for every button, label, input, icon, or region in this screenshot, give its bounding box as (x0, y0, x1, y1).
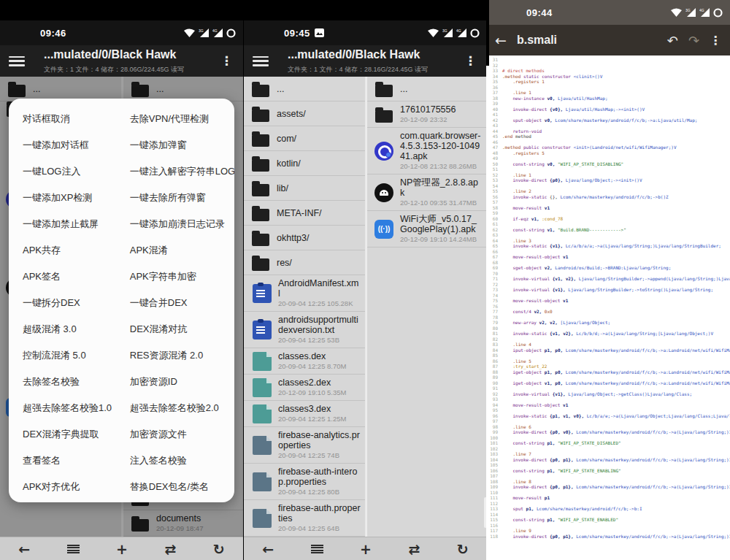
code-line[interactable]: 109 invoke-direct {p0, p1}, Lcom/share/m… (486, 484, 730, 490)
menu-item[interactable]: 去除VPN/代理检测 (116, 112, 234, 126)
menu-item[interactable]: 一键去除所有弹窗 (116, 191, 234, 204)
code-line[interactable]: 107 (486, 473, 730, 479)
code-line[interactable]: 85 (486, 353, 730, 358)
code-line[interactable]: 72 (486, 282, 730, 288)
code-line[interactable]: 77 const/4 v2, 0x0 (486, 309, 730, 315)
code-line[interactable]: 41 (486, 112, 730, 118)
code-line[interactable]: 36 (486, 85, 730, 91)
code-line[interactable]: 55 .line 2 (486, 188, 730, 194)
menu-item[interactable]: 一键LOG注入 (9, 165, 116, 178)
code-line[interactable]: 93 (486, 396, 730, 402)
code-line[interactable]: 80 (486, 326, 730, 331)
file-row[interactable]: androidsupportmultidexversion.txt 20-09-… (244, 312, 365, 348)
code-line[interactable]: 108 .line 8 (486, 479, 730, 485)
menu-item[interactable]: APK共存 (9, 244, 116, 257)
file-row[interactable]: ... (367, 77, 487, 101)
file-row[interactable]: classes.dex 20-09-04 12:25 8.70M (244, 348, 365, 375)
menu-item[interactable]: 控制流混淆 5.0 (9, 349, 116, 362)
menu-item[interactable]: APK签名 (9, 270, 116, 283)
code-line[interactable]: 101 const-string p1, "WIFI_AP_STATE_DISA… (486, 440, 730, 446)
code-line[interactable]: 52 .line 1 (486, 172, 730, 178)
code-line[interactable]: 111 move-result p1 (486, 495, 730, 501)
file-row[interactable]: classes2.dex 20-12-09 19:10 5.35M (244, 375, 365, 401)
menu-item[interactable]: DEX混淆对抗 (116, 323, 234, 336)
path-title[interactable]: ...mulated/0/Black Hawk (44, 48, 176, 61)
code-line[interactable]: 86 .line 5 (486, 358, 730, 364)
redo-icon[interactable]: ↷ (688, 33, 699, 48)
menu-item[interactable]: 一键合并DEX (116, 296, 234, 310)
menu-item[interactable]: 一键拆分DEX (9, 296, 116, 310)
code-line[interactable]: 91 (486, 386, 730, 391)
menu-item[interactable]: APK混淆 (116, 244, 234, 257)
file-row[interactable]: firebase-auth-interop.properties 20-09-0… (244, 464, 365, 500)
code-line[interactable]: 113 sput p1, Lcom/share/masterkey/androi… (486, 506, 730, 512)
code-line[interactable]: 33# direct methods (486, 68, 730, 74)
menu-item[interactable]: 一键注入解密字符串LOG (116, 165, 234, 178)
code-view[interactable]: 31 32 33# direct methods34.method static… (486, 55, 730, 560)
file-row[interactable]: com.quark.browser-4.5.3.153-120-104941.a… (367, 128, 487, 174)
code-line[interactable]: 47.method public constructor <init>(Land… (486, 145, 730, 150)
menu-item[interactable]: 去除签名校验 (9, 375, 116, 388)
code-line[interactable]: 73 invoke-virtual {v1}, Ljava/lang/Strin… (486, 287, 730, 293)
menu-item[interactable]: 查看签名 (9, 454, 116, 467)
menu-item[interactable]: 超强去除签名校验1.0 (9, 402, 116, 415)
menu-item[interactable]: DEX混淆字典提取 (9, 428, 116, 441)
code-line[interactable]: 112 (486, 501, 730, 507)
refresh-icon[interactable]: ↻ (457, 542, 469, 556)
code-line[interactable]: 35 .registers 1 (486, 79, 730, 85)
code-line[interactable]: 42 sput-object v0, Lcom/share/masterkey/… (486, 118, 730, 123)
code-line[interactable]: 40 invoke-direct {v0}, Ljava/util/HashMa… (486, 107, 730, 112)
code-line[interactable]: 61 (486, 221, 730, 227)
code-line[interactable]: 54 (486, 183, 730, 189)
code-line[interactable]: 102 (486, 446, 730, 452)
tasks-icon[interactable] (311, 545, 323, 554)
code-line[interactable]: 59 (486, 210, 730, 216)
code-line[interactable]: 67 move-result-object v1 (486, 254, 730, 260)
code-line[interactable]: 75 move-result-object v1 (486, 298, 730, 304)
menu-icon[interactable] (253, 56, 269, 66)
code-line[interactable]: 34.method static constructor <clinit>()V (486, 74, 730, 80)
code-line[interactable]: 60 if-eqz v1, :cond_78 (486, 216, 730, 222)
code-line[interactable]: 51 (486, 166, 730, 172)
code-line[interactable]: 78 (486, 315, 730, 321)
code-line[interactable]: 115 const-string p1, "WIFI_AP_STATE_ENAB… (486, 517, 730, 523)
code-line[interactable]: 98 .line 6 (486, 424, 730, 430)
menu-item[interactable]: 对话框取消 (9, 112, 116, 126)
code-line[interactable]: 83 .line 4 (486, 342, 730, 348)
add-icon[interactable]: + (360, 542, 372, 556)
code-line[interactable]: 110 (486, 490, 730, 496)
code-line[interactable]: 48 .registers 5 (486, 150, 730, 156)
code-line[interactable]: 69 sget-object v2, Landroid/os/Build;->B… (486, 265, 730, 271)
add-icon[interactable]: + (116, 542, 128, 556)
code-line[interactable]: 65 invoke-static {v1}, Lc/a/b/a/a;->a(Lj… (486, 243, 730, 249)
file-row[interactable]: firebase-auth.properties 20-09-04 12:25 … (244, 500, 365, 537)
code-line[interactable]: 82 (486, 337, 730, 342)
code-line[interactable]: 66 (486, 249, 730, 255)
code-line[interactable]: 58 move-result v1 (486, 205, 730, 211)
overflow-menu-icon[interactable]: ⋮ (710, 34, 721, 47)
code-line[interactable]: 50 const-string v0, "WIFI_AP_STATE_DISAB… (486, 161, 730, 167)
menu-item[interactable]: 超强去除签名校验2.0 (116, 402, 234, 415)
file-row[interactable]: kotlin/ (244, 151, 365, 176)
file-row[interactable]: firebase-analytics.properties 20-09-04 1… (244, 427, 365, 464)
file-row[interactable]: res/ (244, 250, 365, 275)
code-line[interactable]: 88 iget-object p1, p0, Lcom/share/master… (486, 369, 730, 375)
undo-icon[interactable]: ↶ (667, 33, 678, 48)
file-row[interactable]: okhttp3/ (244, 226, 365, 250)
menu-item[interactable]: 加密资源ID (116, 375, 234, 388)
overflow-menu-icon[interactable]: ⋮ (218, 55, 236, 67)
code-line[interactable]: 71 invoke-virtual {v1, v2}, Ljava/lang/S… (486, 276, 730, 282)
code-line[interactable]: 105 (486, 462, 730, 468)
menu-item[interactable]: 一键添加XP检测 (9, 191, 116, 204)
code-line[interactable]: 62 const-string v1, "Build.BRAND--------… (486, 227, 730, 233)
file-row[interactable]: META-INF/ (244, 201, 365, 226)
path-title[interactable]: ...mulated/0/Black Hawk (288, 48, 420, 61)
menu-item[interactable]: 加密资源文件 (116, 428, 234, 441)
code-line[interactable]: 64 .line 3 (486, 238, 730, 244)
code-line[interactable]: 96 invoke-static {p1, v1, v0}, Lc/b/a/e;… (486, 413, 730, 419)
code-line[interactable]: 37 .line 1 (486, 90, 730, 96)
code-line[interactable]: 31 (486, 57, 730, 63)
file-row[interactable]: 17610175556 20-12-09 23:32 (367, 101, 487, 128)
back-icon[interactable]: ← (262, 542, 274, 556)
code-line[interactable]: 74 (486, 293, 730, 299)
